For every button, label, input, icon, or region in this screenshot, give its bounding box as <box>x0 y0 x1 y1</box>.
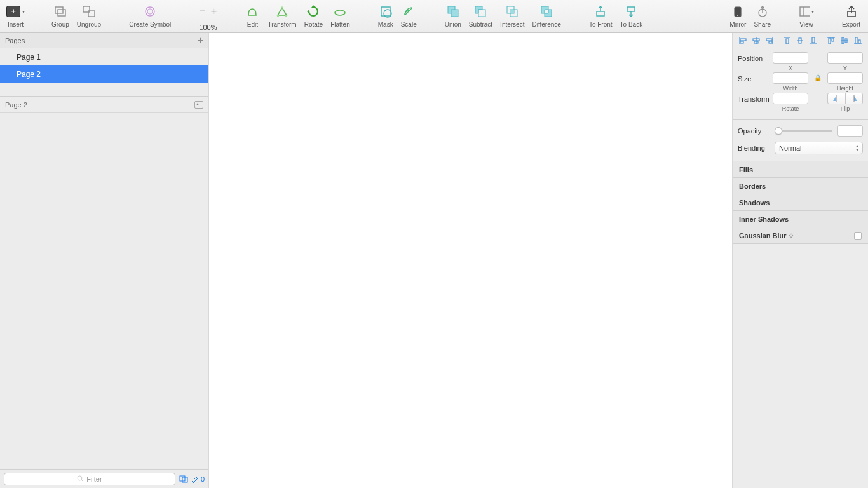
align-right-button[interactable] <box>763 35 776 46</box>
gaussian-blur-section[interactable]: Gaussian Blur ◇ <box>733 227 868 244</box>
to-front-button[interactable]: To Front <box>585 3 616 28</box>
to-front-icon <box>594 5 607 18</box>
flatten-button[interactable]: Flatten <box>327 3 354 28</box>
page-row[interactable]: Page 2 <box>0 65 208 83</box>
align-row <box>733 33 868 48</box>
insert-button[interactable]: ▾ Insert <box>4 3 27 28</box>
fills-section[interactable]: Fills <box>733 161 868 178</box>
svg-rect-58 <box>855 37 857 43</box>
transform-label: Transform <box>738 93 773 103</box>
transform-button[interactable]: Transform <box>264 3 300 28</box>
borders-section[interactable]: Borders <box>733 178 868 194</box>
distribute-h-button[interactable] <box>781 35 794 46</box>
scale-button[interactable]: Scale <box>397 3 421 28</box>
align-hcenter-button[interactable] <box>750 35 763 46</box>
filter-input[interactable]: Filter <box>4 473 175 485</box>
opacity-slider[interactable] <box>775 130 832 132</box>
svg-rect-1 <box>58 10 65 16</box>
svg-point-4 <box>146 7 154 16</box>
align-vcenter-button[interactable] <box>838 35 851 46</box>
svg-rect-28 <box>800 7 810 16</box>
mirror-button[interactable]: Mirror <box>726 3 750 28</box>
shadows-section[interactable]: Shadows <box>733 194 868 211</box>
zoom-in-button[interactable]: + <box>208 6 219 17</box>
subtract-button[interactable]: Subtract <box>465 3 496 28</box>
svg-rect-37 <box>740 39 746 41</box>
chevron-updown-icon: ▴▾ <box>856 144 858 152</box>
view-icon <box>799 6 810 17</box>
group-button[interactable]: Group <box>48 3 73 28</box>
export-button[interactable]: Export <box>838 3 864 28</box>
svg-rect-11 <box>381 7 390 16</box>
svg-point-32 <box>78 476 82 480</box>
to-back-button[interactable]: To Back <box>616 3 647 28</box>
pencil-icon[interactable] <box>191 475 198 483</box>
ungroup-button[interactable]: Ungroup <box>73 3 105 28</box>
blending-label: Blending <box>738 144 775 152</box>
overlap-icon[interactable] <box>179 475 188 483</box>
subtract-icon <box>474 5 487 18</box>
flip-vertical-icon[interactable] <box>846 93 863 104</box>
scale-icon <box>402 5 415 18</box>
collapse-layers-button[interactable] <box>194 101 203 109</box>
align-left-button[interactable] <box>736 35 749 46</box>
zoom-control[interactable]: − + 100% <box>195 3 220 31</box>
zoom-out-button[interactable]: − <box>196 6 208 17</box>
filter-placeholder: Filter <box>86 475 102 483</box>
svg-line-33 <box>81 480 83 482</box>
flip-horizontal-icon[interactable] <box>828 93 846 104</box>
position-y-input[interactable] <box>827 52 863 64</box>
main: Pages + Page 1Page 2 Page 2 Filter 0 <box>0 33 868 488</box>
layers-header: Page 2 <box>0 97 208 113</box>
opacity-label: Opacity <box>738 127 775 135</box>
flip-buttons[interactable] <box>827 93 863 104</box>
edit-button[interactable]: Edit <box>241 3 264 28</box>
svg-point-25 <box>737 15 738 16</box>
blending-value: Normal <box>779 144 801 152</box>
add-page-button[interactable]: + <box>198 36 203 45</box>
pages-list: Page 1Page 2 <box>0 48 208 83</box>
create-symbol-button[interactable]: Create Symbol <box>125 3 175 28</box>
intersect-button[interactable]: Intersect <box>496 3 528 28</box>
opacity-input[interactable] <box>837 125 863 137</box>
page-row[interactable]: Page 1 <box>0 48 208 65</box>
export-icon <box>845 5 858 18</box>
height-input[interactable] <box>827 72 863 84</box>
flatten-icon <box>334 5 346 18</box>
rotate-input[interactable] <box>773 93 808 104</box>
rotate-button[interactable]: Rotate <box>301 3 327 28</box>
position-x-input[interactable] <box>773 52 808 64</box>
align-top-button[interactable] <box>825 35 837 46</box>
difference-button[interactable]: Difference <box>528 3 564 28</box>
gaussian-blur-checkbox[interactable] <box>854 232 862 240</box>
union-button[interactable]: Union <box>441 3 465 28</box>
distribute-v-button[interactable] <box>794 35 807 46</box>
lock-aspect-button[interactable]: 🔒 <box>815 72 821 81</box>
union-icon <box>447 5 459 18</box>
svg-rect-7 <box>277 15 279 17</box>
slider-thumb[interactable] <box>775 127 782 135</box>
align-bottom-button[interactable] <box>851 35 864 46</box>
svg-rect-16 <box>478 10 485 17</box>
mask-button[interactable]: Mask <box>374 3 397 28</box>
insert-label: Insert <box>8 21 24 28</box>
search-icon <box>77 475 84 482</box>
distribute-b-button[interactable] <box>807 35 820 46</box>
mask-icon <box>379 5 392 18</box>
canvas[interactable] <box>209 33 732 488</box>
width-input[interactable] <box>773 72 808 84</box>
view-button[interactable]: ▾ View <box>795 3 818 28</box>
inspector-panel: Position X Y Size Width 🔒 Height Transfo… <box>732 33 868 488</box>
inner-shadows-section[interactable]: Inner Shadows <box>733 211 868 227</box>
to-back-icon <box>625 5 637 18</box>
svg-rect-0 <box>55 7 63 13</box>
blending-select[interactable]: Normal ▴▾ <box>775 142 863 154</box>
opacity-blending-section: Opacity Blending Normal ▴▾ <box>733 120 868 161</box>
svg-rect-50 <box>812 37 815 43</box>
group-icon <box>53 5 67 18</box>
share-button[interactable]: Share <box>750 3 775 28</box>
svg-rect-20 <box>597 11 604 16</box>
footer-count: 0 <box>201 475 205 483</box>
layers-list <box>0 113 208 469</box>
rotate-icon <box>307 5 320 18</box>
